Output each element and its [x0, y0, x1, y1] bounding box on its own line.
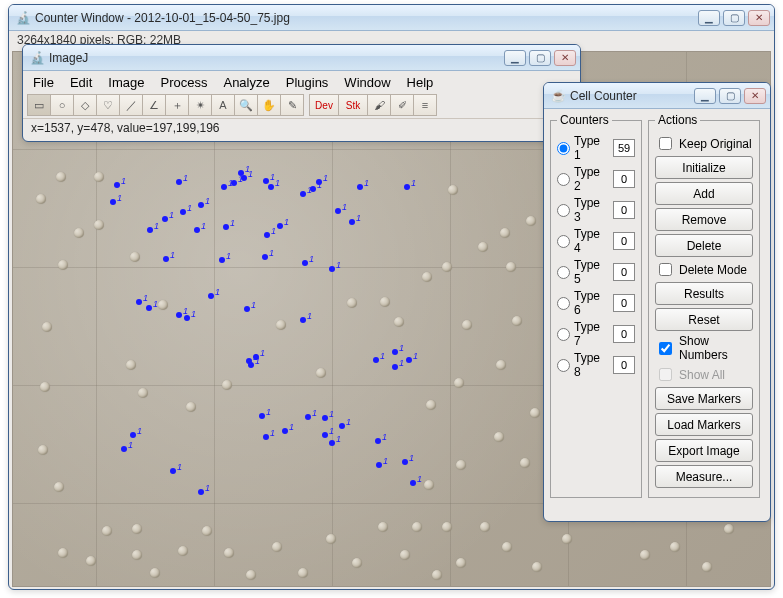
cell-marker[interactable]: 1: [176, 179, 182, 185]
tool-point[interactable]: ＋: [165, 94, 189, 116]
close-button[interactable]: ✕: [744, 88, 766, 104]
type-row-2[interactable]: Type 20: [557, 165, 635, 193]
tool-dev[interactable]: Dev: [309, 94, 339, 116]
delete-button[interactable]: Delete: [655, 234, 753, 257]
cell-marker[interactable]: 1: [263, 178, 269, 184]
cell-plain[interactable]: [222, 380, 232, 390]
cell-plain[interactable]: [246, 570, 256, 580]
menu-item-process[interactable]: Process: [161, 75, 208, 90]
type-radio-3[interactable]: [557, 204, 570, 217]
cell-plain[interactable]: [562, 534, 572, 544]
cell-plain[interactable]: [38, 445, 48, 455]
cell-marker[interactable]: 1: [404, 184, 410, 190]
reset-button[interactable]: Reset: [655, 308, 753, 331]
delete-mode-check[interactable]: Delete Mode: [655, 260, 753, 279]
cell-marker[interactable]: 1: [302, 260, 308, 266]
cell-marker[interactable]: 1: [268, 184, 274, 190]
cell-plain[interactable]: [54, 482, 64, 492]
cell-plain[interactable]: [42, 322, 52, 332]
cell-marker[interactable]: 1: [329, 266, 335, 272]
delete-mode-checkbox[interactable]: [659, 263, 672, 276]
cell-plain[interactable]: [298, 568, 308, 578]
cell-marker[interactable]: 1: [376, 462, 382, 468]
cell-marker[interactable]: 1: [259, 413, 265, 419]
measure-button[interactable]: Measure...: [655, 465, 753, 488]
cell-marker[interactable]: 1: [282, 428, 288, 434]
cell-plain[interactable]: [158, 300, 168, 310]
tool-lut[interactable]: ≡: [413, 94, 437, 116]
add-button[interactable]: Add: [655, 182, 753, 205]
keep-original-check[interactable]: Keep Original: [655, 134, 753, 153]
cell-plain[interactable]: [276, 320, 286, 330]
keep-original-checkbox[interactable]: [659, 137, 672, 150]
cell-plain[interactable]: [702, 562, 712, 572]
cell-plain[interactable]: [512, 316, 522, 326]
cell-marker[interactable]: 1: [248, 362, 254, 368]
menu-item-plugins[interactable]: Plugins: [286, 75, 329, 90]
menu-item-help[interactable]: Help: [407, 75, 434, 90]
cell-plain[interactable]: [132, 524, 142, 534]
tool-poly[interactable]: ◇: [73, 94, 97, 116]
cell-marker[interactable]: 1: [176, 312, 182, 318]
cell-plain[interactable]: [532, 562, 542, 572]
cell-plain[interactable]: [94, 220, 104, 230]
cell-plain[interactable]: [126, 360, 136, 370]
tool-angle[interactable]: ∠: [142, 94, 166, 116]
cell-marker[interactable]: 1: [162, 216, 168, 222]
cell-marker[interactable]: 1: [349, 219, 355, 225]
cell-plain[interactable]: [56, 172, 66, 182]
maximize-button[interactable]: ▢: [723, 10, 745, 26]
tool-dropper[interactable]: ✎: [280, 94, 304, 116]
close-button[interactable]: ✕: [748, 10, 770, 26]
tool-freehand[interactable]: ♡: [96, 94, 120, 116]
type-radio-6[interactable]: [557, 297, 570, 310]
cell-plain[interactable]: [526, 216, 536, 226]
cell-marker[interactable]: 1: [392, 364, 398, 370]
cell-plain[interactable]: [456, 460, 466, 470]
tool-text[interactable]: A: [211, 94, 235, 116]
cell-marker[interactable]: 1: [406, 357, 412, 363]
counter-window-titlebar[interactable]: 🔬 Counter Window - 2012-10-01_15-04-50_7…: [9, 5, 774, 31]
save-markers-button[interactable]: Save Markers: [655, 387, 753, 410]
imagej-window[interactable]: 🔬 ImageJ ▁ ▢ ✕ FileEditImageProcessAnaly…: [22, 44, 581, 142]
type-radio-5[interactable]: [557, 266, 570, 279]
cell-plain[interactable]: [316, 368, 326, 378]
cell-marker[interactable]: 1: [110, 199, 116, 205]
cell-marker[interactable]: 1: [300, 191, 306, 197]
cell-plain[interactable]: [58, 548, 68, 558]
cell-plain[interactable]: [132, 550, 142, 560]
cell-marker[interactable]: 1: [147, 227, 153, 233]
cell-plain[interactable]: [186, 402, 196, 412]
cell-plain[interactable]: [424, 480, 434, 490]
cell-marker[interactable]: 1: [392, 349, 398, 355]
menu-item-image[interactable]: Image: [108, 75, 144, 90]
cell-plain[interactable]: [86, 556, 96, 566]
cell-marker[interactable]: 1: [184, 315, 190, 321]
cell-marker[interactable]: 1: [335, 208, 341, 214]
menu-item-analyze[interactable]: Analyze: [223, 75, 269, 90]
tool-hand[interactable]: ✋: [257, 94, 281, 116]
cell-plain[interactable]: [432, 570, 442, 580]
type-row-8[interactable]: Type 80: [557, 351, 635, 379]
remove-button[interactable]: Remove: [655, 208, 753, 231]
cell-plain[interactable]: [448, 185, 458, 195]
type-radio-1[interactable]: [557, 142, 570, 155]
maximize-button[interactable]: ▢: [719, 88, 741, 104]
menu-item-window[interactable]: Window: [344, 75, 390, 90]
cell-plain[interactable]: [412, 522, 422, 532]
type-row-4[interactable]: Type 40: [557, 227, 635, 255]
type-radio-8[interactable]: [557, 359, 570, 372]
show-numbers-checkbox[interactable]: [659, 342, 672, 355]
cell-marker[interactable]: 1: [264, 232, 270, 238]
cell-plain[interactable]: [462, 320, 472, 330]
cell-plain[interactable]: [502, 542, 512, 552]
cell-plain[interactable]: [58, 260, 68, 270]
cell-marker[interactable]: 1: [194, 227, 200, 233]
cell-marker[interactable]: 1: [322, 415, 328, 421]
tool-brush[interactable]: 🖌: [367, 94, 391, 116]
cell-marker[interactable]: 1: [208, 293, 214, 299]
cell-plain[interactable]: [454, 378, 464, 388]
cell-marker[interactable]: 1: [219, 257, 225, 263]
minimize-button[interactable]: ▁: [504, 50, 526, 66]
cell-plain[interactable]: [352, 558, 362, 568]
